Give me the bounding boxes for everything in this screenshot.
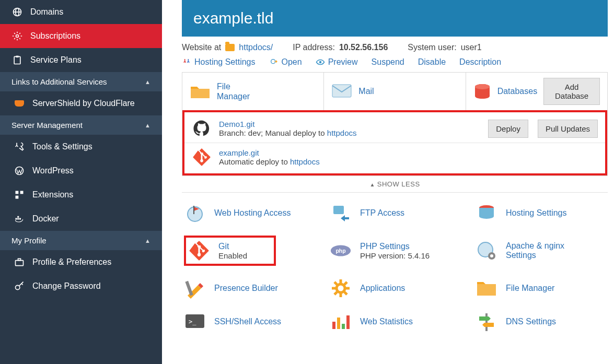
tile-hosting-settings[interactable]: Hosting Settings	[476, 202, 606, 224]
settings-grid: Web Hosting Access FTP Access Hosting Se…	[182, 202, 608, 333]
service-label[interactable]: Databases	[497, 86, 538, 96]
sidebar-section-profile[interactable]: My Profile ▲	[0, 231, 162, 250]
ftp-icon	[330, 202, 352, 224]
tile-dns[interactable]: DNS Settings	[476, 311, 606, 333]
sidebar-label: Profile & Preferences	[32, 257, 111, 267]
briefcase-icon	[14, 256, 25, 268]
open-link[interactable]: Open	[269, 57, 302, 67]
svg-text:php: php	[335, 248, 345, 254]
tile-file-manager[interactable]: File Manager	[476, 277, 606, 299]
svg-point-16	[16, 285, 20, 289]
description-link[interactable]: Description	[459, 57, 501, 67]
chevron-up-icon: ▲	[145, 238, 150, 244]
hosting-settings-link[interactable]: Hosting Settings	[182, 57, 256, 67]
sidebar-item-profile[interactable]: Profile & Preferences	[0, 250, 162, 274]
file-manager-service[interactable]: File Manager	[182, 73, 324, 110]
chevron-up-icon: ▲	[145, 122, 150, 128]
sidebar-item-subscriptions[interactable]: Subscriptions	[0, 24, 162, 48]
svg-rect-11	[17, 218, 19, 220]
folder-icon	[225, 44, 235, 51]
svg-rect-50	[346, 315, 350, 329]
databases-service: Databases Add Database	[466, 73, 607, 110]
docroot-link[interactable]: httpdocs	[327, 128, 357, 137]
repo-desc: Automatic deploy to httpdocs	[219, 157, 320, 166]
repo-name[interactable]: Demo1.git	[219, 120, 357, 128]
tile-git[interactable]: GitEnabled	[188, 240, 272, 262]
server-icon	[476, 202, 497, 224]
sysuser-label: System user:	[408, 43, 456, 52]
disable-link[interactable]: Disable	[418, 57, 446, 67]
svg-rect-44	[477, 284, 496, 296]
docroot-link[interactable]: httpdocs	[290, 157, 320, 166]
sidebar-label: Service Plans	[30, 55, 82, 65]
repo-row: example.git Automatic deploy to httpdocs	[184, 143, 605, 171]
svg-text:>_: >_	[189, 318, 196, 325]
sidebar-item-extensions[interactable]: Extensions	[0, 183, 162, 207]
deploy-button[interactable]: Deploy	[488, 120, 528, 138]
sidebar-label: Docker	[32, 214, 59, 224]
svg-rect-48	[337, 318, 340, 329]
sidebar-item-wordpress[interactable]: WordPress	[0, 159, 162, 183]
svg-rect-34	[185, 281, 193, 296]
tools-icon	[182, 57, 191, 67]
tile-php-settings[interactable]: php PHP SettingsPHP version: 5.4.16	[330, 236, 460, 266]
svg-rect-14	[16, 261, 24, 266]
show-less-toggle[interactable]: ▲SHOW LESS	[182, 176, 608, 193]
mail-icon	[331, 84, 352, 99]
svg-line-42	[344, 282, 347, 285]
section-title: My Profile	[11, 236, 47, 245]
pull-updates-button[interactable]: Pull Updates	[538, 120, 598, 138]
svg-point-33	[490, 254, 493, 257]
docroot-link[interactable]: httpdocs/	[239, 43, 273, 52]
mail-service[interactable]: Mail	[324, 73, 466, 110]
gear-icon	[330, 277, 352, 299]
sidebar-item-domains[interactable]: Domains	[0, 0, 162, 24]
docker-icon	[14, 213, 25, 225]
php-icon: php	[330, 240, 352, 262]
globe-icon	[11, 6, 23, 18]
site-info-line: Website at httpdocs/ IP address: 10.52.5…	[182, 43, 608, 52]
tile-applications[interactable]: Applications	[330, 277, 460, 299]
sidebar-section-server[interactable]: Server Management ▲	[0, 115, 162, 135]
sidebar-item-password[interactable]: Change Password	[0, 274, 162, 298]
globe-flag-icon	[184, 202, 206, 224]
main-content: example.tld Website at httpdocs/ IP addr…	[162, 0, 614, 364]
svg-point-18	[319, 61, 321, 64]
sidebar-item-servershield[interactable]: ServerShield by CloudFlare	[0, 91, 162, 115]
sidebar-item-docker[interactable]: Docker	[0, 207, 162, 231]
gear-icon	[11, 30, 23, 42]
add-database-button[interactable]: Add Database	[543, 78, 600, 105]
sidebar-item-service-plans[interactable]: Service Plans	[0, 48, 162, 72]
preview-link[interactable]: Preview	[316, 57, 358, 67]
svg-rect-47	[332, 322, 335, 329]
tile-web-hosting-access[interactable]: Web Hosting Access	[184, 202, 314, 224]
terminal-icon: >_	[184, 311, 206, 333]
tile-ftp-access[interactable]: FTP Access	[330, 202, 460, 224]
sysuser-value: user1	[461, 43, 482, 52]
signpost-icon	[476, 311, 497, 333]
globe-gear-icon	[476, 240, 497, 262]
suspend-link[interactable]: Suspend	[372, 57, 404, 67]
tile-apache-nginx[interactable]: Apache & nginx Settings	[476, 236, 606, 266]
page-title: example.tld	[182, 0, 608, 37]
svg-rect-25	[333, 206, 344, 214]
cloudflare-icon	[14, 98, 25, 109]
ip-label: IP address:	[293, 43, 335, 52]
svg-rect-8	[20, 191, 24, 194]
svg-point-28	[479, 214, 494, 219]
section-title: Server Management	[11, 121, 83, 130]
tile-presence-builder[interactable]: Presence Builder	[184, 277, 314, 299]
repo-name[interactable]: example.git	[219, 148, 320, 157]
services-panel: File Manager Mail Databases Add Database…	[182, 72, 608, 176]
tile-ssh[interactable]: >_ SSH/Shell Access	[184, 311, 314, 333]
bar-chart-icon	[330, 311, 352, 333]
eye-icon	[316, 57, 325, 67]
sidebar-section-links[interactable]: Links to Additional Services ▲	[0, 72, 162, 91]
svg-point-22	[475, 84, 490, 89]
svg-rect-51	[485, 313, 488, 331]
svg-rect-49	[342, 324, 345, 329]
folder-icon	[476, 277, 497, 299]
sidebar-item-tools[interactable]: Tools & Settings	[0, 135, 162, 159]
tile-web-stats[interactable]: Web Statistics	[330, 311, 460, 333]
sidebar-label: ServerShield by CloudFlare	[32, 98, 135, 109]
